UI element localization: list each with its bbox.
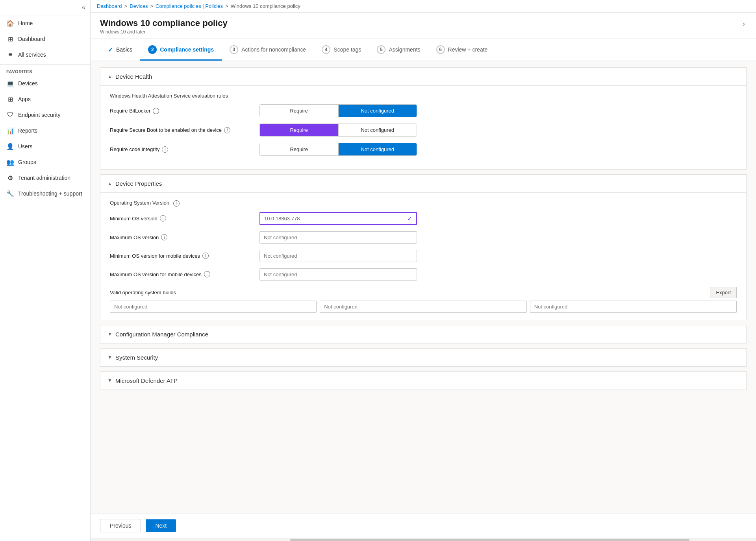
users-icon: 👤	[6, 142, 14, 150]
min-os-mobile-control	[259, 250, 737, 262]
os-version-info-icon[interactable]: i	[173, 200, 180, 207]
sidebar-item-troubleshooting[interactable]: 🔧 Troubleshooting + support	[0, 186, 90, 201]
sidebar-item-endpoint-security[interactable]: 🛡 Endpoint security	[0, 107, 90, 123]
section-device-health: ▲ Device Health Windows Health Attestati…	[100, 67, 747, 170]
sidebar-item-endpoint-security-label: Endpoint security	[18, 112, 60, 118]
collapse-sidebar-button[interactable]: «	[82, 4, 85, 11]
device-health-subsection-title: Windows Health Attestation Service evalu…	[110, 93, 737, 99]
all-services-icon: ≡	[6, 51, 14, 59]
code-integrity-label: Require code integrity i	[110, 146, 259, 153]
dashboard-icon: ⊞	[6, 35, 14, 43]
breadcrumb-dashboard[interactable]: Dashboard	[97, 3, 122, 9]
config-manager-chevron: ▼	[107, 331, 112, 337]
section-defender: ▼ Microsoft Defender ATP	[100, 371, 747, 390]
section-system-security: ▼ System Security	[100, 348, 747, 367]
previous-button[interactable]: Previous	[100, 519, 141, 532]
sidebar-item-dashboard[interactable]: ⊞ Dashboard	[0, 31, 90, 47]
secure-boot-require-btn[interactable]: Require	[260, 124, 339, 136]
min-os-mobile-info-icon[interactable]: i	[202, 253, 209, 259]
max-os-control	[259, 231, 737, 244]
section-system-security-header[interactable]: ▼ System Security	[100, 349, 746, 366]
sidebar-item-all-services-label: All services	[18, 52, 46, 58]
tab-actions-num: 3	[230, 45, 238, 54]
device-properties-title: Device Properties	[115, 180, 162, 187]
tab-assignments[interactable]: 5 Assignments	[369, 39, 428, 61]
horizontal-scrollbar[interactable]	[91, 538, 756, 541]
tab-review[interactable]: 6 Review + create	[428, 39, 496, 61]
min-os-input[interactable]	[260, 213, 407, 224]
max-os-label: Maximum OS version i	[110, 234, 259, 240]
secure-boot-row: Require Secure Boot to be enabled on the…	[110, 124, 737, 137]
max-os-input[interactable]	[259, 231, 417, 244]
builds-input-1[interactable]	[110, 301, 317, 313]
sidebar-item-tenant-admin[interactable]: ⚙ Tenant administration	[0, 170, 90, 186]
max-os-mobile-info-icon[interactable]: i	[204, 271, 210, 277]
section-device-properties-header[interactable]: ▲ Device Properties	[100, 175, 746, 193]
require-bitlocker-notconfigured-btn[interactable]: Not configured	[339, 105, 417, 117]
tab-basics[interactable]: ✓ Basics	[100, 40, 140, 60]
tab-scope-tags-label: Scope tags	[334, 46, 361, 53]
breadcrumb-compliance-policies[interactable]: Compliance policies | Policies	[156, 3, 223, 9]
require-bitlocker-label: Require BitLocker i	[110, 108, 259, 114]
tab-compliance-settings[interactable]: 2 Compliance settings	[140, 39, 222, 61]
sidebar-item-all-services[interactable]: ≡ All services	[0, 47, 90, 63]
page-footer: Previous Next	[91, 513, 756, 538]
min-os-mobile-input[interactable]	[259, 250, 417, 262]
section-device-properties-body: Operating System Version i Minimum OS ve…	[100, 193, 746, 320]
tab-actions-label: Actions for noncompliance	[241, 46, 306, 53]
tab-scope-tags[interactable]: 4 Scope tags	[314, 39, 369, 61]
code-integrity-require-btn[interactable]: Require	[260, 143, 339, 155]
min-os-label: Minimum OS version i	[110, 215, 259, 222]
sidebar-item-tenant-admin-label: Tenant administration	[18, 175, 70, 181]
expand-panel-button[interactable]: ›	[741, 18, 747, 30]
export-button[interactable]: Export	[710, 287, 737, 298]
content-area: ▲ Device Health Windows Health Attestati…	[91, 61, 756, 513]
valid-builds-header: Valid operating system builds Export	[110, 287, 737, 298]
sidebar-item-users[interactable]: 👤 Users	[0, 138, 90, 154]
sidebar-item-devices-label: Devices	[18, 80, 38, 87]
sidebar-item-home-label: Home	[18, 20, 33, 26]
section-device-health-header[interactable]: ▲ Device Health	[100, 68, 746, 86]
code-integrity-row: Require code integrity i Require Not con…	[110, 143, 737, 156]
breadcrumb: Dashboard > Devices > Compliance policie…	[91, 0, 756, 13]
next-button[interactable]: Next	[146, 519, 176, 532]
tab-actions[interactable]: 3 Actions for noncompliance	[222, 39, 314, 61]
code-integrity-control: Require Not configured	[259, 143, 737, 156]
device-properties-chevron: ▲	[107, 181, 112, 186]
sidebar-item-apps[interactable]: ⊞ Apps	[0, 91, 90, 107]
min-os-info-icon[interactable]: i	[160, 215, 166, 222]
min-os-mobile-row: Minimum OS version for mobile devices i	[110, 250, 737, 262]
valid-builds-label: Valid operating system builds	[110, 290, 176, 295]
sidebar-item-home[interactable]: 🏠 Home	[0, 15, 90, 31]
secure-boot-notconfigured-btn[interactable]: Not configured	[339, 124, 417, 136]
max-os-mobile-input[interactable]	[259, 268, 417, 281]
section-config-manager-header[interactable]: ▼ Configuration Manager Compliance	[100, 325, 746, 343]
require-bitlocker-control: Require Not configured	[259, 104, 737, 117]
wizard-tabs: ✓ Basics 2 Compliance settings 3 Actions…	[91, 39, 756, 61]
sidebar-item-reports[interactable]: 📊 Reports	[0, 123, 90, 138]
sidebar-item-groups[interactable]: 👥 Groups	[0, 154, 90, 170]
sections-container: ▲ Device Health Windows Health Attestati…	[91, 61, 756, 426]
system-security-title: System Security	[115, 354, 158, 361]
code-integrity-info-icon[interactable]: i	[162, 146, 168, 153]
require-bitlocker-info-icon[interactable]: i	[153, 108, 159, 114]
builds-input-2[interactable]	[320, 301, 526, 313]
section-device-health-body: Windows Health Attestation Service evalu…	[100, 86, 746, 169]
require-bitlocker-toggle: Require Not configured	[259, 104, 417, 117]
builds-input-3[interactable]	[530, 301, 737, 313]
tab-compliance-settings-label: Compliance settings	[160, 46, 214, 53]
sidebar-item-devices[interactable]: 💻 Devices	[0, 76, 90, 91]
apps-icon: ⊞	[6, 95, 14, 103]
min-os-mobile-label: Minimum OS version for mobile devices i	[110, 253, 259, 259]
code-integrity-notconfigured-btn[interactable]: Not configured	[339, 143, 417, 155]
breadcrumb-devices[interactable]: Devices	[130, 3, 148, 9]
sidebar-item-dashboard-label: Dashboard	[18, 36, 45, 42]
require-bitlocker-require-btn[interactable]: Require	[260, 105, 339, 117]
page-subtitle: Windows 10 and later	[100, 29, 228, 35]
max-os-info-icon[interactable]: i	[161, 234, 167, 240]
tab-review-label: Review + create	[448, 46, 488, 53]
section-defender-header[interactable]: ▼ Microsoft Defender ATP	[100, 372, 746, 390]
secure-boot-info-icon[interactable]: i	[224, 127, 230, 133]
valid-builds-section: Valid operating system builds Export	[110, 287, 737, 313]
sidebar-item-reports-label: Reports	[18, 127, 37, 134]
